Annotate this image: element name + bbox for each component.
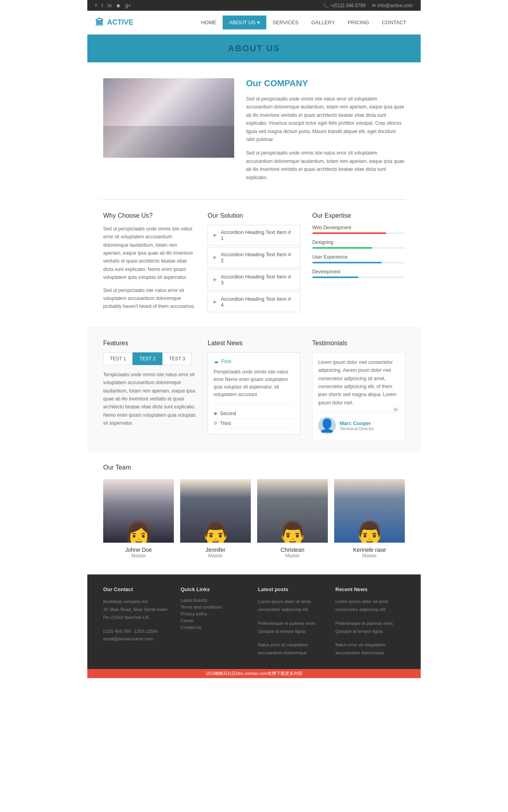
logo[interactable]: 🏛 ACTIVE: [95, 17, 133, 28]
contact-info: 📞 +(012) 346 6789 ✉ info@active.com: [323, 3, 413, 8]
main-nav: HOME ABOUT US ▾ SERVICES GALLERY PRICING…: [194, 15, 413, 29]
footer-links-col: Quick Links Latest Events Terms and cond…: [181, 586, 250, 657]
tab-test3[interactable]: TEST 3: [162, 352, 192, 365]
phone-info: 📞 +(012) 346 6789: [323, 3, 366, 8]
our-expertise-heading: Our Expertise: [312, 212, 405, 219]
testimonial-text: Lorem ipsum dolor met consectetur adipis…: [318, 358, 399, 407]
nav-services[interactable]: SERVICES: [266, 15, 305, 29]
nav-about[interactable]: ABOUT US ▾: [223, 15, 266, 29]
skill-designing-bar: [312, 247, 373, 249]
features-tabs: TEST 1 TEST 2 TEST 3: [103, 352, 196, 365]
footer-company: Bootstrap company Inc: [103, 598, 173, 606]
logo-icon: 🏛: [95, 17, 104, 28]
team-member-2: 👨 Jennifer Master: [180, 479, 251, 559]
accordion-item-1[interactable]: ▶ Accordion Heading Text Item # 1: [208, 225, 300, 246]
nav-home[interactable]: HOME: [194, 15, 223, 29]
news-first-text: Perspiciaatis unde omnis iste natus erro…: [214, 368, 294, 404]
testimonial-box: Lorem ipsum dolor met consectetur adipis…: [312, 352, 405, 440]
three-col-section: Why Choose Us? Sed ut perspiciaatis unde…: [87, 200, 421, 327]
footer-link-2[interactable]: Terms and conditions: [181, 605, 250, 609]
facebook-icon[interactable]: f: [95, 2, 97, 8]
footer-phone: (123) 456-789 · 1255-12584: [103, 628, 173, 636]
news-link-third[interactable]: ⚙ Third: [214, 419, 294, 429]
email-info: ✉ info@active.com: [372, 3, 413, 8]
testimonial-author: 👤 Marc Cooper Technical Director: [318, 412, 399, 434]
logo-text: ACTIVE: [107, 18, 133, 27]
team-name-2: Jennifer: [180, 547, 251, 553]
accordion-item-2[interactable]: ▶ Accordion Heading Text Item # 2: [208, 247, 300, 268]
news-first-label: First: [221, 358, 231, 364]
footer-news3: Natus error sit voluptatem accusantium d…: [335, 641, 405, 657]
arrow-icon-4: ▶: [214, 299, 217, 304]
accordion-label-4: Accordion Heading Text Item # 4: [221, 296, 294, 308]
skill-designing-label: Designing: [312, 240, 405, 245]
phone-icon: 📞: [323, 3, 329, 8]
footer-posts-heading: Latest posts: [258, 586, 327, 592]
skill-web-dev-bar: [312, 232, 387, 234]
footer-link-5[interactable]: Contact us: [181, 625, 250, 630]
why-choose-col: Why Choose Us? Sed ut perspiciaatis unde…: [103, 212, 196, 315]
team-name-1: Johne Doe: [103, 547, 174, 553]
skill-designing: Designing: [312, 240, 405, 249]
footer-contact-heading: Our Contact: [103, 586, 173, 592]
footer-news-heading: Recent News: [335, 586, 405, 592]
about-content: Our COMPANY Sed ut perspiciaatis unde om…: [246, 78, 405, 187]
twitter-icon[interactable]: t: [102, 2, 103, 8]
email-icon: ✉: [372, 3, 376, 8]
avatar-person-icon: 👤: [319, 418, 335, 433]
about-heading-accent: COMPANY: [264, 78, 308, 88]
news-link-second[interactable]: ◉ Second: [214, 409, 294, 419]
top-bar: f t in ◆ g+ 📞 +(012) 346 6789 ✉ info@act…: [87, 0, 421, 11]
person1-icon: 👩: [124, 522, 154, 543]
watermark-text: 访问幽幽马社区bbs.xienlao.com免费下载更多内容: [206, 671, 303, 676]
nav-gallery[interactable]: GALLERY: [305, 15, 341, 29]
header: 🏛 ACTIVE HOME ABOUT US ▾ SERVICES GALLER…: [87, 11, 421, 35]
footer-post3: Natus error sit voluptatem accusantium d…: [258, 641, 327, 657]
nav-contact[interactable]: CONTACT: [375, 15, 413, 29]
footer-link-4[interactable]: Career: [181, 618, 250, 623]
googleplus-icon[interactable]: g+: [125, 2, 131, 8]
team-name-4: Kerinele rase: [334, 547, 405, 553]
footer: Our Contact Bootstrap company Inc JC Mai…: [87, 574, 421, 669]
skill-web-dev-label: Web Development: [312, 225, 405, 230]
accordion-label-2: Accordion Heading Text Item # 2: [221, 251, 294, 263]
nav-pricing[interactable]: PRICING: [341, 15, 375, 29]
footer-post1: Lorem ipsum dolor sit amet, consectetur …: [258, 598, 327, 614]
footer-news2: Pellentesque et pulvinar enim. Quisque a…: [335, 620, 405, 636]
team-grid: 👩 Johne Doe Master 👨 Jennifer Master 👨 C…: [103, 479, 405, 559]
news-first-item[interactable]: ☁ First: [214, 358, 294, 364]
footer-link-1[interactable]: Latest Events: [181, 598, 250, 603]
phone-number: +(012) 346 6789: [331, 3, 366, 8]
team-photo-2: 👨: [180, 479, 251, 543]
author-name: Marc Cooper: [340, 420, 374, 426]
person2-icon: 👨: [201, 522, 231, 543]
linkedin-icon[interactable]: in: [108, 2, 112, 8]
features-col: Features TEST 1 TEST 2 TEST 3 Terspiciaa…: [103, 340, 196, 440]
skill-dev-label: Development: [312, 269, 405, 275]
accordion-item-4[interactable]: ▶ Accordion Heading Text Item # 4: [208, 292, 300, 312]
arrow-icon-2: ▶: [214, 255, 217, 260]
tab-test1[interactable]: TEST 1: [103, 352, 133, 365]
our-solution-col: Our Solution ▶ Accordion Heading Text It…: [208, 212, 300, 315]
about-section: Our COMPANY Sed ut perspiciaatis unde om…: [87, 62, 421, 199]
team-role-3: Master: [257, 553, 328, 559]
footer-link-3[interactable]: Privacy policy: [181, 611, 250, 616]
dropdown-icon: ▾: [257, 19, 260, 25]
about-heading: Our COMPANY: [246, 78, 405, 89]
location-icon: ◉: [214, 411, 217, 416]
social-icons: f t in ◆ g+: [95, 2, 131, 8]
footer-post2: Pellentesque et pulvinar enim. Quisque a…: [258, 620, 327, 636]
news-cloud-icon: ☁: [214, 358, 219, 364]
team-photo-4: 👨: [334, 479, 405, 543]
team-role-1: Master: [103, 553, 174, 559]
person3-icon: 👨: [278, 522, 308, 543]
accordion-item-3[interactable]: ▶ Accordion Heading Text Item # 3: [208, 269, 300, 290]
our-expertise-col: Our Expertise Web Development Designing …: [312, 212, 405, 315]
our-solution-heading: Our Solution: [208, 212, 300, 219]
footer-news1: Lorem ipsum dolor sit amet, consectetur …: [335, 598, 405, 614]
team-member-1: 👩 Johne Doe Master: [103, 479, 174, 559]
pinterest-icon[interactable]: ◆: [116, 2, 120, 8]
email-address: info@active.com: [377, 3, 413, 8]
why-choose-heading: Why Choose Us?: [103, 212, 196, 219]
tab-test2[interactable]: TEST 2: [133, 352, 162, 365]
